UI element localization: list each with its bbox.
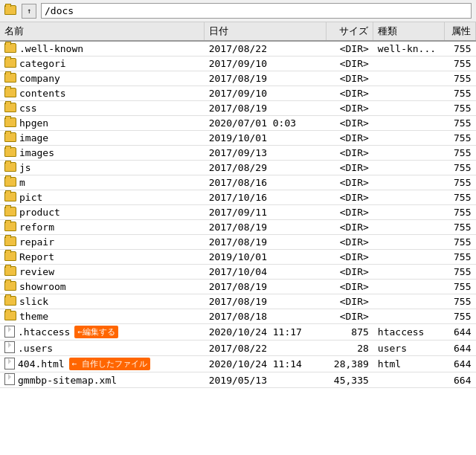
file-name-cell: company	[0, 71, 205, 86]
file-size-cell: <DIR>	[326, 101, 373, 116]
table-row[interactable]: js2017/08/29<DIR>755	[0, 161, 476, 175]
table-row[interactable]: .htaccess←編集する2020/10/24 11:17875htacces…	[0, 324, 476, 341]
file-attr-cell: 755	[444, 190, 475, 205]
file-name-cell: js	[0, 161, 205, 175]
file-attr-cell: 755	[444, 309, 475, 324]
up-button[interactable]: ↑	[22, 4, 36, 19]
file-name-text: pict	[19, 192, 42, 203]
col-header-attr[interactable]: 属性	[444, 22, 475, 41]
file-kind-cell	[373, 280, 444, 294]
file-kind-cell	[373, 101, 444, 116]
file-kind-cell	[373, 190, 444, 205]
table-row[interactable]: slick2017/08/19<DIR>755	[0, 294, 476, 309]
file-date-cell: 2017/08/19	[205, 294, 327, 309]
file-name-cell: css	[0, 101, 205, 116]
file-name-cell: m	[0, 175, 205, 190]
file-date-cell: 2019/10/01	[205, 131, 327, 146]
file-size-cell: 45,335	[326, 372, 373, 388]
file-icon	[4, 341, 15, 353]
folder-icon	[4, 117, 16, 127]
file-name-text: .htaccess	[18, 326, 70, 338]
file-annotation: ← 自作したファイル	[69, 358, 150, 370]
table-row[interactable]: product2017/09/11<DIR>755	[0, 205, 476, 220]
file-attr-cell: 755	[444, 71, 475, 86]
file-size-cell: <DIR>	[326, 161, 373, 175]
folder-icon	[4, 281, 16, 291]
table-row[interactable]: hpgen2020/07/01 0:03<DIR>755	[0, 116, 476, 131]
file-attr-cell: 755	[444, 131, 475, 146]
file-size-cell: <DIR>	[326, 220, 373, 235]
table-row[interactable]: 404.html← 自作したファイル2020/10/24 11:1428,389…	[0, 356, 476, 372]
file-kind-cell	[373, 131, 444, 146]
table-row[interactable]: images2017/09/13<DIR>755	[0, 146, 476, 161]
file-kind-cell	[373, 146, 444, 161]
table-row[interactable]: contents2017/09/10<DIR>755	[0, 86, 476, 101]
table-row[interactable]: Report2019/10/01<DIR>755	[0, 250, 476, 265]
file-attr-cell: 755	[444, 161, 475, 175]
file-date-cell: 2020/10/24 11:14	[205, 356, 327, 372]
table-row[interactable]: .well-known2017/08/22<DIR>well-kn...755	[0, 41, 476, 57]
file-date-cell: 2017/10/04	[205, 265, 327, 280]
table-row[interactable]: company2017/08/19<DIR>755	[0, 71, 476, 86]
file-size-cell: <DIR>	[326, 250, 373, 265]
file-name-text: 404.html	[18, 358, 65, 370]
table-row[interactable]: m2017/08/16<DIR>755	[0, 175, 476, 190]
file-name-cell: pict	[0, 190, 205, 205]
folder-icon	[4, 207, 16, 216]
table-row[interactable]: categori2017/09/10<DIR>755	[0, 57, 476, 71]
file-kind-cell: well-kn...	[373, 41, 444, 57]
file-kind-cell	[373, 116, 444, 131]
file-kind-cell	[373, 309, 444, 324]
table-row[interactable]: review2017/10/04<DIR>755	[0, 265, 476, 280]
file-size-cell: <DIR>	[326, 146, 373, 161]
table-row[interactable]: reform2017/08/19<DIR>755	[0, 220, 476, 235]
file-attr-cell: 755	[444, 86, 475, 101]
file-kind-cell: html	[373, 356, 444, 372]
table-row[interactable]: showroom2017/08/19<DIR>755	[0, 280, 476, 294]
file-attr-cell: 644	[444, 341, 475, 356]
title-bar: ↑ /docs	[0, 0, 476, 22]
file-name-text: Report	[19, 251, 54, 262]
file-size-cell: <DIR>	[326, 205, 373, 220]
file-name-cell: .well-known	[0, 41, 205, 57]
col-header-name[interactable]: 名前	[0, 22, 205, 41]
file-name-text: company	[19, 73, 60, 84]
file-date-cell: 2017/08/18	[205, 309, 327, 324]
file-kind-cell	[373, 294, 444, 309]
file-name-cell: hpgen	[0, 116, 205, 131]
file-name-text: .users	[18, 343, 53, 354]
folder-icon	[4, 43, 16, 53]
table-row[interactable]: gmmbp-sitemap.xml2019/05/1345,335664	[0, 372, 476, 388]
file-attr-cell: 755	[444, 146, 475, 161]
table-row[interactable]: pict2017/10/16<DIR>755	[0, 190, 476, 205]
table-row[interactable]: css2017/08/19<DIR>755	[0, 101, 476, 116]
file-kind-cell	[373, 235, 444, 250]
file-date-cell: 2020/10/24 11:17	[205, 324, 327, 341]
file-icon	[4, 326, 15, 338]
table-row[interactable]: theme2017/08/18<DIR>755	[0, 309, 476, 324]
file-name-text: categori	[19, 58, 66, 69]
file-attr-cell: 755	[444, 250, 475, 265]
table-row[interactable]: image2019/10/01<DIR>755	[0, 131, 476, 146]
file-size-cell: <DIR>	[326, 309, 373, 324]
file-attr-cell: 755	[444, 175, 475, 190]
file-name-text: review	[19, 266, 54, 277]
file-attr-cell: 755	[444, 41, 475, 57]
file-name-cell: repair	[0, 235, 205, 250]
table-row[interactable]: repair2017/08/19<DIR>755	[0, 235, 476, 250]
file-name-text: repair	[19, 236, 54, 248]
file-attr-cell: 755	[444, 294, 475, 309]
file-kind-cell: htaccess	[373, 324, 444, 341]
file-annotation: ←編集する	[74, 326, 118, 338]
col-header-size[interactable]: サイズ	[326, 22, 373, 41]
file-date-cell: 2017/08/16	[205, 175, 327, 190]
file-kind-cell	[373, 220, 444, 235]
file-table: 名前 日付 サイズ 種類 属性 .well-known2017/08/22<DI…	[0, 22, 476, 388]
col-header-type[interactable]: 種類	[373, 22, 444, 41]
file-date-cell: 2017/09/10	[205, 57, 327, 71]
file-attr-cell: 644	[444, 356, 475, 372]
file-icon	[4, 358, 15, 370]
col-header-date[interactable]: 日付	[205, 22, 327, 41]
table-row[interactable]: .users2017/08/2228users644	[0, 341, 476, 356]
path-bar[interactable]: /docs	[41, 3, 472, 19]
